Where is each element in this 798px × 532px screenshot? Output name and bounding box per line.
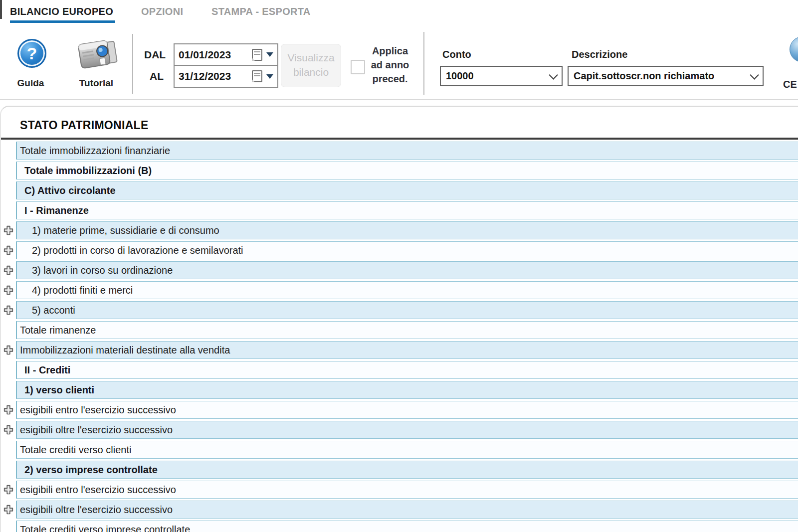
row-band: 1) verso clienti: [16, 381, 798, 399]
descrizione-label: Descrizione: [572, 49, 627, 60]
conto-dropdown[interactable]: 10000: [440, 66, 563, 86]
guida-label: Guida: [12, 78, 49, 89]
row-label: Totale crediti verso imprese controllate: [20, 524, 190, 532]
row-band: II - Crediti: [16, 361, 798, 379]
dal-label: DAL: [144, 49, 166, 61]
row-label: Totale immobilizzazioni (B): [24, 165, 152, 177]
question-glyph: ?: [27, 44, 37, 63]
row-band: Immobilizzazioni materiali destinate all…: [16, 341, 798, 359]
row-label: C) Attivo circolante: [24, 185, 116, 196]
row-gutter: [1, 341, 16, 359]
balance-sheet-panel: STATO PATRIMONIALE Totale immobilizzazio…: [0, 106, 798, 532]
table-row: Totale crediti verso clienti: [1, 441, 798, 459]
row-gutter: [1, 162, 16, 179]
calendar-icon: [252, 70, 262, 82]
date-range-group: 01/01/2023 31/12/2023: [174, 43, 278, 88]
table-row: 5) acconti: [1, 301, 798, 319]
row-label: esigibili oltre l'esercizio successivo: [20, 424, 173, 436]
date-from-field[interactable]: 01/01/2023: [175, 44, 277, 66]
row-band: Totale crediti verso clienti: [16, 441, 798, 459]
table-row: esigibili entro l'esercizio successivo: [1, 401, 798, 419]
row-gutter: [1, 301, 16, 319]
row-band: 5) acconti: [16, 301, 798, 319]
table-row: 3) lavori in corso su ordinazione: [1, 261, 798, 279]
tutorial-label: Tutorial: [74, 78, 119, 89]
section-title: STATO PATRIMONIALE: [20, 119, 149, 132]
add-row-plus-icon[interactable]: [2, 225, 14, 236]
row-gutter: [1, 281, 16, 299]
add-row-plus-icon[interactable]: [2, 305, 14, 316]
row-band: esigibili oltre l'esercizio successivo: [16, 421, 798, 439]
row-label: 5) acconti: [32, 305, 75, 316]
tab-stampa-esporta[interactable]: STAMPA - ESPORTA: [211, 6, 311, 17]
toolbar-divider: [423, 32, 424, 95]
table-row: Immobilizzazioni materiali destinate all…: [1, 341, 798, 359]
row-band: 2) prodotti in corso di lavorazione e se…: [16, 241, 798, 259]
row-label: 2) prodotti in corso di lavorazione e se…: [32, 245, 243, 256]
table-row: Totale immobilizzazioni finanziarie: [1, 142, 798, 160]
add-row-plus-icon[interactable]: [2, 424, 14, 435]
row-band: esigibili entro l'esercizio successivo: [16, 481, 798, 499]
row-gutter: [1, 221, 16, 239]
tab-bar: BILANCIO EUROPEO OPZIONI STAMPA - ESPORT…: [0, 0, 798, 28]
table-row: esigibili entro l'esercizio successivo: [1, 481, 798, 499]
row-band: 4) prodotti finiti e merci: [16, 281, 798, 299]
row-label: I - Rimanenze: [24, 205, 89, 216]
table-row: 1) materie prime, sussidiarie e di consu…: [1, 221, 798, 239]
row-band: Totale immobilizzazioni (B): [16, 162, 798, 179]
label-line: Applica: [363, 44, 417, 58]
row-label: Totale crediti verso clienti: [20, 444, 131, 456]
date-to-field[interactable]: 31/12/2023: [175, 66, 277, 87]
dropdown-triangle-icon[interactable]: [266, 74, 273, 79]
add-row-plus-icon[interactable]: [2, 345, 14, 355]
video-tutorial-icon[interactable]: [73, 33, 123, 76]
row-gutter: [1, 181, 16, 199]
row-gutter: [1, 521, 16, 532]
add-row-plus-icon[interactable]: [2, 404, 14, 415]
row-label: 3) lavori in corso su ordinazione: [32, 265, 173, 276]
table-row: 2) prodotti in corso di lavorazione e se…: [1, 241, 798, 259]
row-band: C) Attivo circolante: [16, 181, 798, 199]
add-row-plus-icon[interactable]: [2, 245, 14, 256]
add-row-plus-icon[interactable]: [2, 504, 14, 515]
tab-bilancio-europeo[interactable]: BILANCIO EUROPEO: [10, 6, 113, 17]
row-label: 1) materie prime, sussidiarie e di consu…: [32, 225, 219, 236]
table-row: I - Rimanenze: [1, 201, 798, 219]
table-row: C) Attivo circolante: [1, 181, 798, 199]
row-gutter: [1, 201, 16, 219]
visualizza-bilancio-button[interactable]: Visualizza bilancio: [281, 44, 341, 87]
row-label: esigibili entro l'esercizio successivo: [20, 404, 176, 416]
row-gutter: [1, 142, 16, 160]
table-row: 2) verso imprese controllate: [1, 461, 798, 479]
section-divider: [1, 138, 798, 140]
help-question-icon[interactable]: ?: [17, 39, 46, 68]
row-label: Totale rimanenze: [20, 325, 96, 336]
tab-label: OPZIONI: [141, 6, 183, 17]
row-band: esigibili oltre l'esercizio successivo: [16, 501, 798, 519]
toolbar-divider: [132, 34, 133, 94]
descrizione-dropdown[interactable]: Capit.sottoscr.non richiamato: [568, 66, 764, 86]
add-row-plus-icon[interactable]: [2, 484, 14, 495]
add-row-plus-icon[interactable]: [2, 265, 14, 276]
chevron-down-icon: [549, 70, 558, 79]
row-label: 4) prodotti finiti e merci: [32, 285, 133, 296]
rows: Totale immobilizzazioni finanziarie Tota…: [1, 142, 798, 532]
globe-sphere-icon[interactable]: [790, 36, 798, 62]
add-row-plus-icon[interactable]: [2, 285, 14, 296]
window-edge-mark: [0, 0, 2, 19]
table-row: 1) verso clienti: [1, 381, 798, 399]
applica-anno-preced-label: Applica ad anno preced.: [363, 44, 417, 86]
date-from-value: 01/01/2023: [179, 49, 252, 61]
tab-opzioni[interactable]: OPZIONI: [141, 6, 183, 17]
row-gutter: [1, 361, 16, 379]
dropdown-triangle-icon[interactable]: [266, 52, 273, 57]
row-label: Immobilizzazioni materiali destinate all…: [20, 345, 230, 356]
button-label-line: bilancio: [281, 65, 341, 79]
ce-button-label[interactable]: CE: [783, 79, 797, 90]
calendar-icon: [252, 49, 262, 61]
row-gutter: [1, 461, 16, 479]
table-row: esigibili oltre l'esercizio successivo: [1, 501, 798, 519]
button-label-line: Visualizza: [281, 50, 341, 65]
label-line: preced.: [363, 72, 417, 86]
table-row: 4) prodotti finiti e merci: [1, 281, 798, 299]
